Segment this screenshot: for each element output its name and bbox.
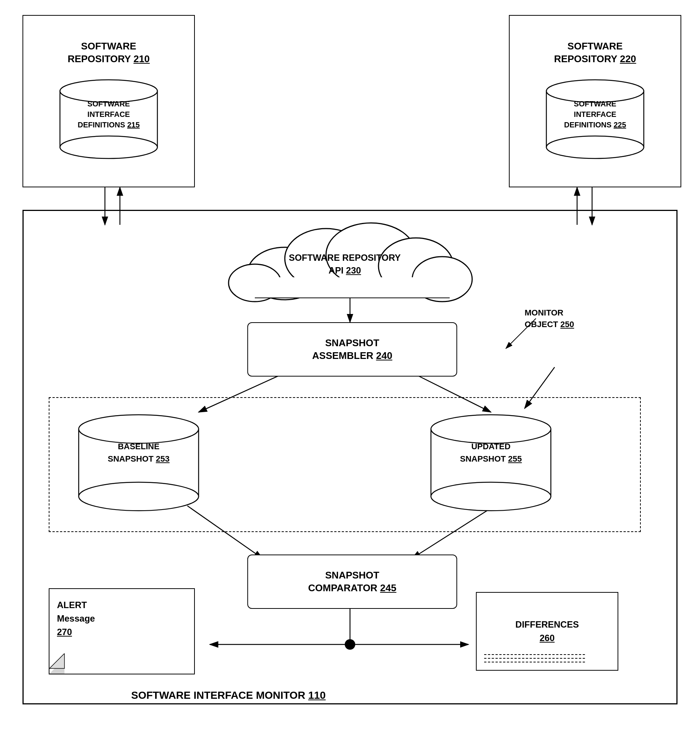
assembler-240-box: SNAPSHOTASSEMBLER 240 xyxy=(247,322,457,377)
svg-point-34 xyxy=(79,482,199,511)
api-230-label: SOFTWARE REPOSITORYAPI 230 xyxy=(289,251,401,277)
assembler-240-label: SNAPSHOTASSEMBLER 240 xyxy=(312,337,392,362)
svg-point-23 xyxy=(546,136,644,158)
svg-point-20 xyxy=(60,136,157,158)
svg-point-37 xyxy=(431,482,551,511)
repo-210-box: SOFTWAREREPOSITORY 210 SOFTWAREINTERFACE… xyxy=(22,15,195,187)
repo-220-box: SOFTWAREREPOSITORY 220 SOFTWAREINTERFACE… xyxy=(509,15,681,187)
repo-210-inner-label: SOFTWAREINTERFACEDEFINITIONS 215 xyxy=(56,99,161,130)
updated-255-db: UPDATEDSNAPSHOT 255 xyxy=(427,408,555,517)
alert-message-270-box: ALERTMessage270 xyxy=(49,588,195,674)
baseline-253-db: BASELINESNAPSHOT 253 xyxy=(75,408,202,517)
monitor-object-250: MONITOROBJECT 250 xyxy=(525,307,574,330)
svg-point-36 xyxy=(431,415,551,443)
repo-210-db: SOFTWAREINTERFACEDEFINITIONS 215 xyxy=(56,72,161,162)
repo-210-number: 210 xyxy=(133,53,150,64)
repo-220-db: SOFTWAREINTERFACEDEFINITIONS 225 xyxy=(543,72,648,162)
repo-220-title: SOFTWAREREPOSITORY 220 xyxy=(554,40,636,66)
alert-270-label: ALERTMessage270 xyxy=(49,589,194,646)
diagram-container: SOFTWAREREPOSITORY 210 SOFTWAREINTERFACE… xyxy=(0,0,700,731)
updated-255-label: UPDATEDSNAPSHOT 255 xyxy=(427,440,555,465)
baseline-253-label: BASELINESNAPSHOT 253 xyxy=(75,440,202,465)
repo-220-number: 220 xyxy=(620,53,636,64)
repo-210-title: SOFTWAREREPOSITORY 210 xyxy=(67,40,150,66)
differences-260-label: DIFFERENCES 260 xyxy=(515,618,579,645)
svg-point-33 xyxy=(79,415,199,443)
fold-corner-svg xyxy=(49,653,68,672)
repo-220-inner-label: SOFTWAREINTERFACEDEFINITIONS 225 xyxy=(543,99,648,130)
comparator-245-label: SNAPSHOTCOMPARATOR 245 xyxy=(308,569,396,595)
monitor-label: SOFTWARE INTERFACE MONITOR 110 xyxy=(131,689,326,701)
comparator-245-box: SNAPSHOTCOMPARATOR 245 xyxy=(247,555,457,609)
svg-marker-38 xyxy=(49,653,64,668)
api-230-cloud: SOFTWARE REPOSITORYAPI 230 xyxy=(210,221,480,303)
differences-260-box: DIFFERENCES 260 xyxy=(476,592,618,671)
svg-rect-30 xyxy=(255,277,450,298)
